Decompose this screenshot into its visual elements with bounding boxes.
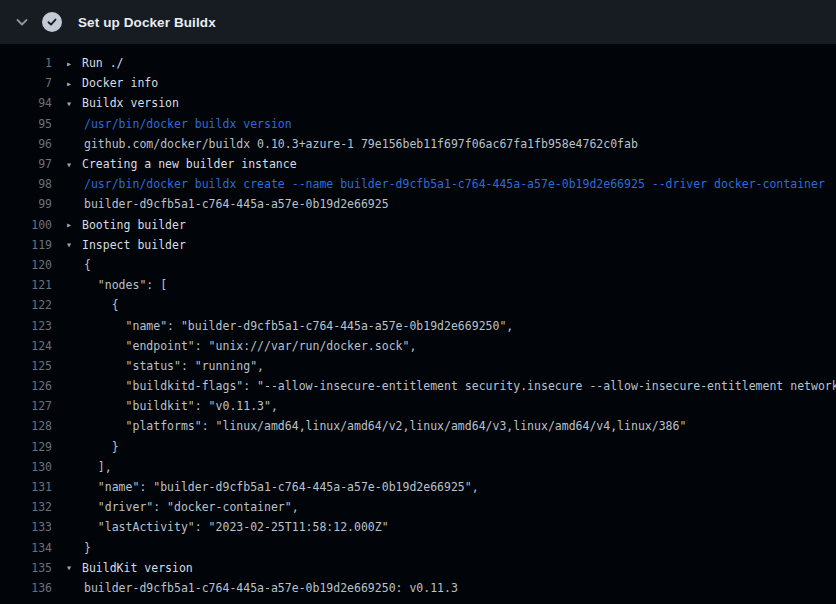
log-line-text: Creating a new builder instance bbox=[82, 157, 297, 171]
log-line-text: "lastActivity": "2023-02-25T11:58:12.000… bbox=[82, 520, 389, 534]
log-line-text: { bbox=[82, 258, 91, 272]
log-line: 125 "status": "running", bbox=[0, 356, 836, 376]
log-line[interactable]: 7 ▸ Docker info bbox=[0, 73, 836, 93]
step-title: Set up Docker Buildx bbox=[78, 15, 216, 30]
log-line[interactable]: 1 ▸ Run ./ bbox=[0, 53, 836, 73]
line-number[interactable]: 131 bbox=[0, 480, 52, 494]
log-line-text: "driver": "docker-container", bbox=[82, 500, 299, 514]
line-number[interactable]: 1 bbox=[0, 56, 52, 70]
log-line-text: "status": "running", bbox=[82, 359, 264, 373]
log-line-text: } bbox=[82, 440, 119, 454]
log-line-text: "buildkit": "v0.11.3", bbox=[82, 399, 278, 413]
line-number[interactable]: 97 bbox=[0, 157, 52, 171]
log-line-text: { bbox=[82, 298, 119, 312]
log-line-text: ], bbox=[82, 460, 112, 474]
line-number[interactable]: 96 bbox=[0, 137, 52, 151]
line-number[interactable]: 121 bbox=[0, 278, 52, 292]
line-number[interactable]: 132 bbox=[0, 500, 52, 514]
step-header[interactable]: Set up Docker Buildx bbox=[0, 0, 836, 44]
log-line-text: "buildkitd-flags": "--allow-insecure-ent… bbox=[82, 379, 836, 393]
log-line[interactable]: 94 ▾ Buildx version bbox=[0, 93, 836, 113]
chevron-down-icon[interactable] bbox=[14, 14, 30, 30]
line-number[interactable]: 129 bbox=[0, 440, 52, 454]
log-line: 136 builder-d9cfb5a1-c764-445a-a57e-0b19… bbox=[0, 578, 836, 598]
log-line-text: "nodes": [ bbox=[82, 278, 167, 292]
triangle-down-icon: ▾ bbox=[66, 562, 82, 573]
line-number[interactable]: 124 bbox=[0, 339, 52, 353]
line-number[interactable]: 134 bbox=[0, 541, 52, 555]
log-line[interactable]: 100 ▸ Booting builder bbox=[0, 215, 836, 235]
log-line: 134 } bbox=[0, 538, 836, 558]
line-number[interactable]: 99 bbox=[0, 197, 52, 211]
line-number[interactable]: 130 bbox=[0, 460, 52, 474]
log-line-text: Run ./ bbox=[82, 56, 124, 70]
line-number[interactable]: 125 bbox=[0, 359, 52, 373]
triangle-down-icon: ▾ bbox=[66, 239, 82, 250]
log-line: 122 { bbox=[0, 295, 836, 315]
log-line-text: builder-d9cfb5a1-c764-445a-a57e-0b19d2e6… bbox=[82, 197, 389, 211]
log-line-text: BuildKit version bbox=[82, 561, 193, 575]
triangle-right-icon: ▸ bbox=[66, 78, 82, 89]
log-line: 99 builder-d9cfb5a1-c764-445a-a57e-0b19d… bbox=[0, 194, 836, 214]
line-number[interactable]: 135 bbox=[0, 561, 52, 575]
log-line-text: "name": "builder-d9cfb5a1-c764-445a-a57e… bbox=[82, 319, 513, 333]
log-line: 95 /usr/bin/docker buildx version bbox=[0, 114, 836, 134]
log-line-text: Buildx version bbox=[82, 96, 179, 110]
log-line-text: } bbox=[82, 541, 91, 555]
line-number[interactable]: 123 bbox=[0, 319, 52, 333]
log-line-text: builder-d9cfb5a1-c764-445a-a57e-0b19d2e6… bbox=[82, 581, 458, 595]
line-number[interactable]: 136 bbox=[0, 581, 52, 595]
log-line-text: /usr/bin/docker buildx version bbox=[82, 117, 292, 131]
log-line: 124 "endpoint": "unix:///var/run/docker.… bbox=[0, 336, 836, 356]
log-line: 132 "driver": "docker-container", bbox=[0, 497, 836, 517]
log-line-text: Docker info bbox=[82, 76, 158, 90]
log-line: 96 github.com/docker/buildx 0.10.3+azure… bbox=[0, 134, 836, 154]
log-line: 131 "name": "builder-d9cfb5a1-c764-445a-… bbox=[0, 477, 836, 497]
log-line: 127 "buildkit": "v0.11.3", bbox=[0, 396, 836, 416]
log-line-text: "endpoint": "unix:///var/run/docker.sock… bbox=[82, 339, 416, 353]
line-number[interactable]: 95 bbox=[0, 117, 52, 131]
log-line-text: /usr/bin/docker buildx create --name bui… bbox=[82, 177, 825, 191]
log-line: 120 { bbox=[0, 255, 836, 275]
triangle-down-icon: ▾ bbox=[66, 159, 82, 170]
log-line[interactable]: 97 ▾ Creating a new builder instance bbox=[0, 154, 836, 174]
line-number[interactable]: 127 bbox=[0, 399, 52, 413]
log-line-text: github.com/docker/buildx 0.10.3+azure-1 … bbox=[82, 137, 638, 151]
log-line: 129 } bbox=[0, 437, 836, 457]
triangle-down-icon: ▾ bbox=[66, 98, 82, 109]
check-circle-icon bbox=[42, 12, 62, 32]
triangle-right-icon: ▸ bbox=[66, 58, 82, 69]
log-line[interactable]: 135 ▾ BuildKit version bbox=[0, 558, 836, 578]
log-line-text: Booting builder bbox=[82, 218, 186, 232]
line-number[interactable]: 94 bbox=[0, 96, 52, 110]
log-line-text: "platforms": "linux/amd64,linux/amd64/v2… bbox=[82, 419, 686, 433]
log-line[interactable]: 119 ▾ Inspect builder bbox=[0, 235, 836, 255]
line-number[interactable]: 122 bbox=[0, 298, 52, 312]
line-number[interactable]: 100 bbox=[0, 218, 52, 232]
log-line-text: Inspect builder bbox=[82, 238, 186, 252]
line-number[interactable]: 7 bbox=[0, 76, 52, 90]
log-line: 133 "lastActivity": "2023-02-25T11:58:12… bbox=[0, 517, 836, 537]
line-number[interactable]: 133 bbox=[0, 520, 52, 534]
line-number[interactable]: 126 bbox=[0, 379, 52, 393]
line-number[interactable]: 128 bbox=[0, 419, 52, 433]
log-line: 123 "name": "builder-d9cfb5a1-c764-445a-… bbox=[0, 315, 836, 335]
log-line-text: "name": "builder-d9cfb5a1-c764-445a-a57e… bbox=[82, 480, 479, 494]
log-line: 121 "nodes": [ bbox=[0, 275, 836, 295]
line-number[interactable]: 98 bbox=[0, 177, 52, 191]
log-line: 126 "buildkitd-flags": "--allow-insecure… bbox=[0, 376, 836, 396]
line-number[interactable]: 120 bbox=[0, 258, 52, 272]
log-line: 128 "platforms": "linux/amd64,linux/amd6… bbox=[0, 416, 836, 436]
log-line: 98 /usr/bin/docker buildx create --name … bbox=[0, 174, 836, 194]
log-output: 1 ▸ Run ./ 7 ▸ Docker info 94 ▾ Buildx v… bbox=[0, 44, 836, 598]
triangle-right-icon: ▸ bbox=[66, 219, 82, 230]
log-line: 130 ], bbox=[0, 457, 836, 477]
line-number[interactable]: 119 bbox=[0, 238, 52, 252]
